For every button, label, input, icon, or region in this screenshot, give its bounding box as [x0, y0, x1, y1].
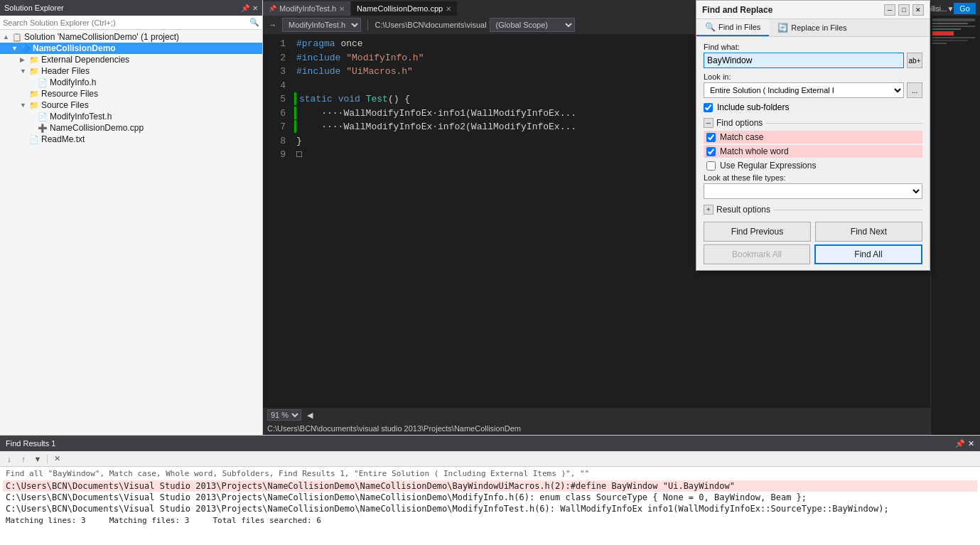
find-what-input[interactable]	[704, 53, 904, 68]
match-case-checkbox[interactable]	[706, 133, 716, 142]
look-in-dropdown[interactable]: Entire Solution ( Including External I	[704, 82, 904, 98]
find-options-toggle[interactable]: ─	[704, 118, 714, 128]
dialog-tabs: 🔍 Find in Files 🔄 Replace in Files	[696, 19, 930, 37]
tab-namecollision-close[interactable]: ✕	[446, 5, 451, 13]
minimap-panel	[930, 16, 980, 435]
file-types-label: Look at these file types:	[704, 173, 922, 182]
tree-view: ▲ 📋 Solution 'NameCollisionDemo' (1 proj…	[0, 30, 262, 435]
look-in-input-row: Entire Solution ( Including External I .…	[704, 82, 922, 98]
expand-header-icon: ▼	[20, 68, 27, 75]
tab-modifyinfotest-close[interactable]: ✕	[339, 5, 345, 13]
panel-search[interactable]: 🔍	[0, 16, 262, 30]
find-what-row: Find what: ab+	[704, 43, 922, 68]
look-in-browse-btn[interactable]: ...	[907, 82, 922, 98]
results-nav-up-btn[interactable]: ↑	[17, 453, 30, 465]
search-input[interactable]	[3, 18, 249, 27]
find-results-title: Find Results 1	[6, 439, 55, 448]
match-whole-word-row: Match whole word	[704, 145, 922, 158]
search-icon: 🔍	[249, 18, 259, 27]
zoom-dropdown[interactable]: 91 %	[267, 409, 301, 421]
solution-explorer-header: Solution Explorer 📌 ✕	[0, 0, 262, 16]
use-regex-checkbox[interactable]	[706, 161, 716, 171]
result-line-1[interactable]: C:\Users\BCN\Documents\Visual Studio 201…	[3, 480, 977, 492]
tab-modifyinfotest[interactable]: 📌 ModifyInfoTest.h ✕	[263, 1, 351, 16]
find-results-header: Find Results 1 📌 ✕	[0, 436, 980, 451]
matching-files-stat: Matching files: 3	[109, 516, 190, 525]
include-subfolders-checkbox[interactable]	[704, 103, 713, 112]
file-dropdown[interactable]: ModifyInfoTest.h	[282, 18, 361, 32]
results-collapse-btn[interactable]: ▼	[31, 453, 44, 465]
file-types-dropdown[interactable]	[704, 183, 922, 199]
tab-namecollision[interactable]: NameCollisionDemo.cpp ✕	[351, 1, 458, 16]
nav-back-btn[interactable]: →	[266, 19, 279, 31]
tree-item-source-files[interactable]: ▼ 📁 Source Files	[0, 99, 262, 111]
results-stats-line: Matching lines: 3 Matching files: 3 Tota…	[3, 514, 977, 527]
namecollision-cpp-label: NameCollisionDemo.cpp	[50, 123, 144, 133]
tab-replace-in-files[interactable]: 🔄 Replace in Files	[769, 19, 855, 36]
file-types-input-row	[704, 183, 922, 199]
editor-bottom-bar: 91 % ◀	[263, 408, 980, 422]
resource-files-icon: 📁	[29, 90, 39, 99]
tree-item-namecollision-cpp[interactable]: ➕ NameCollisionDemo.cpp	[0, 122, 262, 134]
close-results-icon[interactable]: ✕	[968, 439, 974, 448]
modifyinfo-h-icon: 📄	[38, 78, 48, 87]
find-all-button[interactable]: Find All	[814, 244, 922, 264]
use-regex-row: Use Regular Expressions	[704, 159, 922, 172]
tree-item-readme[interactable]: 📄 ReadMe.txt	[0, 134, 262, 145]
tree-item-ext-deps[interactable]: ▶ 📁 External Dependencies	[0, 54, 262, 65]
find-what-options-btn[interactable]: ab+	[907, 53, 922, 68]
result-options-toggle[interactable]: +	[704, 205, 714, 215]
dialog-controls: ─ □ ✕	[884, 4, 924, 16]
readme-label: ReadMe.txt	[41, 134, 85, 144]
close-icon[interactable]: ✕	[252, 4, 258, 12]
scope-dropdown[interactable]: (Global Scope)	[490, 18, 575, 32]
find-next-button[interactable]: Find Next	[815, 222, 922, 242]
dialog-close-btn[interactable]: ✕	[912, 4, 924, 16]
result-line-3[interactable]: C:\Users\BCN\Documents\Visual Studio 201…	[3, 503, 977, 514]
results-clear-btn[interactable]: ✕	[50, 453, 63, 465]
match-whole-word-checkbox[interactable]	[706, 147, 716, 156]
file-types-row: Look at these file types:	[704, 173, 922, 199]
find-previous-button[interactable]: Find Previous	[704, 222, 811, 242]
dialog-minimize-btn[interactable]: ─	[884, 4, 895, 16]
tab-find-in-files[interactable]: 🔍 Find in Files	[696, 19, 769, 36]
panel-header-controls: 📌 ✕	[241, 4, 258, 12]
tab-pin-icon: 📌	[269, 5, 276, 12]
look-in-label: Look in:	[704, 72, 922, 81]
result-line-2[interactable]: C:\Users\BCN\Documents\Visual Studio 201…	[3, 492, 977, 503]
match-whole-word-label: Match whole word	[720, 146, 789, 156]
nav-dropdown-btn[interactable]: ▼	[947, 5, 954, 13]
results-nav-down-btn[interactable]: ↓	[3, 453, 16, 465]
solution-label: Solution 'NameCollisionDemo' (1 project)	[24, 32, 179, 42]
ext-deps-icon: 📁	[29, 55, 39, 65]
source-files-icon: 📁	[29, 101, 39, 110]
tree-item-modifyinfotest-h[interactable]: 📄 ModifyInfoTest.h	[0, 111, 262, 122]
include-subfolders-label: Include sub-folders	[717, 102, 789, 112]
find-what-input-row: ab+	[704, 53, 922, 68]
pin-results-icon[interactable]: 📌	[955, 439, 965, 448]
file-path: C:\Users\BCN\documents\visual	[375, 21, 487, 29]
look-in-row: Look in: Entire Solution ( Including Ext…	[704, 72, 922, 98]
tree-item-resource-files[interactable]: 📁 Resource Files	[0, 88, 262, 99]
tree-item-solution[interactable]: ▲ 📋 Solution 'NameCollisionDemo' (1 proj…	[0, 31, 262, 43]
pin-icon[interactable]: 📌	[241, 4, 249, 12]
minimap-content	[931, 16, 980, 48]
tab-find-label: Find in Files	[718, 23, 760, 31]
tree-item-project[interactable]: ▼ 🔷 NameCollisionDemo	[0, 43, 262, 54]
dialog-titlebar: Find and Replace ─ □ ✕	[696, 1, 930, 19]
expand-ext-icon: ▶	[20, 56, 27, 63]
go-button[interactable]: Go	[954, 3, 976, 14]
bookmark-all-button[interactable]: Bookmark All	[704, 244, 810, 264]
scroll-left-icon[interactable]: ◀	[307, 411, 313, 420]
modifyinfotest-h-label: ModifyInfoTest.h	[50, 112, 112, 122]
tree-item-modifyinfo-h[interactable]: 📄 ModifyInfo.h	[0, 77, 262, 88]
tree-item-header-files[interactable]: ▼ 📁 Header Files	[0, 65, 262, 77]
result-summary-line: Find all "BayWindow", Match case, Whole …	[3, 468, 977, 479]
find-results-content[interactable]: Find all "BayWindow", Match case, Whole …	[0, 467, 980, 545]
header-files-label: Header Files	[41, 66, 90, 76]
find-what-label: Find what:	[704, 43, 922, 51]
modifyinfo-h-label: ModifyInfo.h	[50, 77, 96, 87]
readme-icon: 📄	[29, 135, 39, 144]
editor-path-text: C:\Users\BCN\documents\visual studio 201…	[267, 424, 521, 433]
dialog-maximize-btn[interactable]: □	[898, 4, 910, 16]
